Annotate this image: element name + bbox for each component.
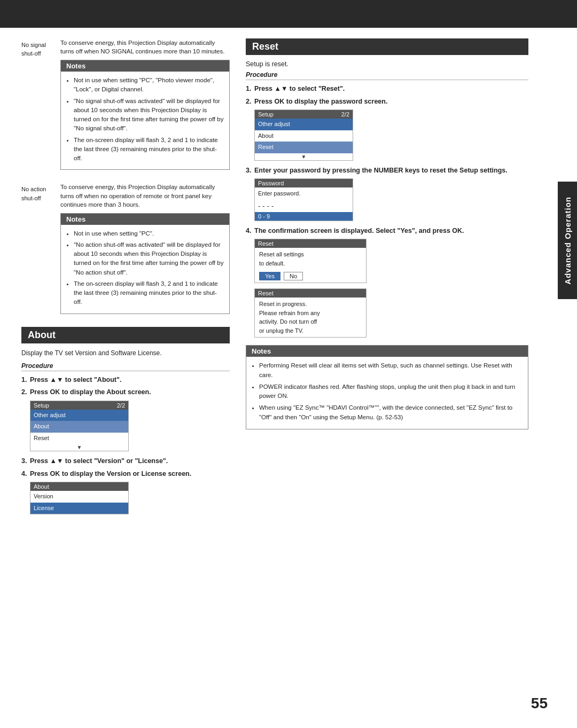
about-section: About Display the TV set Version and Sof… <box>21 327 230 515</box>
about-description: Display the TV set Version and Software … <box>21 349 230 358</box>
right-column: Reset Setup is reset. Procedure Press ▲▼… <box>246 38 528 520</box>
about-mockup-header2: About <box>30 482 128 491</box>
password-mockup: Password Enter password. ---- 0 - 9 <box>254 178 353 221</box>
no-action-notes-header: Notes <box>61 214 229 225</box>
reset-mockup-other-adjust: Other adjust <box>255 119 353 130</box>
page-number: 55 <box>531 695 548 712</box>
reset-notes-box: Notes Performing Reset will clear all it… <box>246 345 528 429</box>
no-action-content: To conserve energy, this Projection Disp… <box>60 183 230 319</box>
no-signal-label: No signal shut-off <box>21 38 56 175</box>
about-mockup-version: Version <box>30 491 128 503</box>
advanced-operation-tab: Advanced Operation <box>558 182 577 299</box>
reset-step-2: Press OK to display the password screen. <box>246 97 528 107</box>
list-item: The on-screen display will flash 3, 2 an… <box>74 136 224 163</box>
no-action-notes-box: Notes Not in use when setting "PC". "No … <box>60 213 230 314</box>
no-signal-notes-list: Not in use when setting "PC", "Photo vie… <box>66 76 224 163</box>
no-signal-intro: To conserve energy, this Projection Disp… <box>60 38 230 56</box>
no-action-label: No action shut-off <box>21 183 56 319</box>
about-step-2: Press OK to display the About screen. <box>21 388 230 397</box>
reset-steps: Press ▲▼ to select "Reset". Press OK to … <box>246 84 528 106</box>
mockup-row-other-adjust: Other adjust <box>30 410 128 421</box>
mockup-row-about: About <box>30 421 128 433</box>
no-signal-section: No signal shut-off To conserve energy, t… <box>21 38 230 175</box>
main-content: No signal shut-off To conserve energy, t… <box>0 28 558 530</box>
reset-steps-3: The confirmation screen is displayed. Se… <box>246 226 528 236</box>
reset-title: Reset <box>246 38 528 55</box>
reset-mockup-about: About <box>255 130 353 142</box>
reset-steps-2: Enter your password by pressing the NUMB… <box>246 166 528 176</box>
reset-confirm-buttons: Yes No <box>255 270 366 283</box>
list-item: Not in use when setting "PC", "Photo vie… <box>74 76 224 95</box>
no-action-section: No action shut-off To conserve energy, t… <box>21 183 230 319</box>
no-action-intro: To conserve energy, this Projection Disp… <box>60 183 230 208</box>
about-mockup-header: Setup 2/2 <box>30 401 128 410</box>
reset-notes-list: Performing Reset will clear all items se… <box>252 361 523 422</box>
reset-confirm-header: Reset <box>255 239 366 248</box>
reset-progress-body: Reset in progress.Please refrain from an… <box>255 298 366 337</box>
about-steps-2: Press ▲▼ to select "Version" or "License… <box>21 457 230 479</box>
reset-step-1: Press ▲▼ to select "Reset". <box>246 84 528 94</box>
about-steps: Press ▲▼ to select "About". Press OK to … <box>21 375 230 397</box>
list-item: "No action shut-off was activated" will … <box>74 240 224 277</box>
no-signal-content: To conserve energy, this Projection Disp… <box>60 38 230 175</box>
mockup-arrow: ▼ <box>30 444 128 451</box>
reset-notes-body: Performing Reset will clear all items se… <box>246 357 528 429</box>
reset-intro: Setup is reset. <box>246 60 528 68</box>
about-procedure-label: Procedure <box>21 362 230 371</box>
about-step-1: Press ▲▼ to select "About". <box>21 375 230 385</box>
reset-procedure-label: Procedure <box>246 71 528 80</box>
side-tab-label: Advanced Operation <box>563 197 572 285</box>
list-item: The on-screen display will flash 3, 2 an… <box>74 279 224 307</box>
left-column: No signal shut-off To conserve energy, t… <box>21 38 230 520</box>
no-signal-notes-header: Notes <box>61 60 229 72</box>
no-action-notes-list: Not in use when setting "PC". "No action… <box>66 229 224 307</box>
about-mockup-license: License <box>30 503 128 514</box>
pw-dashes: ---- <box>255 200 353 212</box>
pw-mockup-header: Password <box>255 179 353 187</box>
reset-confirm-mockup: Reset Reset all settingsto default. Yes … <box>254 239 367 283</box>
reset-mockup-reset: Reset <box>255 142 353 153</box>
reset-progress-header: Reset <box>255 289 366 298</box>
reset-confirm-body: Reset all settingsto default. <box>255 248 366 270</box>
no-signal-notes-box: Notes Not in use when setting "PC", "Pho… <box>60 60 230 170</box>
pw-nums: 0 - 9 <box>255 212 353 221</box>
about-version-mockup: About Version License <box>30 482 129 514</box>
reset-progress-mockup: Reset Reset in progress.Please refrain f… <box>254 288 367 338</box>
reset-step-3: Enter your password by pressing the NUMB… <box>246 166 528 176</box>
no-action-notes-body: Not in use when setting "PC". "No action… <box>61 225 229 314</box>
about-step-4: Press OK to display the Version or Licen… <box>21 469 230 479</box>
reset-yes-button[interactable]: Yes <box>259 272 280 280</box>
reset-no-button[interactable]: No <box>284 272 303 280</box>
reset-step-4: The confirmation screen is displayed. Se… <box>246 226 528 236</box>
about-step-3: Press ▲▼ to select "Version" or "License… <box>21 457 230 466</box>
list-item: When using "EZ Sync™ "HDAVI Control™"", … <box>259 403 523 422</box>
about-title: About <box>21 327 230 343</box>
list-item: Performing Reset will clear all items se… <box>259 361 523 380</box>
about-setup-mockup: Setup 2/2 Other adjust About Reset ▼ <box>30 401 129 452</box>
list-item: POWER indicator flashes red. After flash… <box>259 382 523 401</box>
reset-notes-header: Notes <box>246 346 528 357</box>
reset-setup-mockup: Setup 2/2 Other adjust About Reset ▼ <box>254 109 353 161</box>
pw-enter-label: Enter password. <box>255 187 353 200</box>
mockup-row-reset: Reset <box>30 433 128 444</box>
reset-section: Reset Setup is reset. Procedure Press ▲▼… <box>246 38 528 338</box>
reset-mockup-arrow: ▼ <box>255 153 353 160</box>
no-signal-notes-body: Not in use when setting "PC", "Photo vie… <box>61 72 229 169</box>
top-bar <box>0 0 577 28</box>
list-item: "No signal shut-off was activated" will … <box>74 97 224 134</box>
reset-mockup-header: Setup 2/2 <box>255 110 353 119</box>
list-item: Not in use when setting "PC". <box>74 229 224 238</box>
